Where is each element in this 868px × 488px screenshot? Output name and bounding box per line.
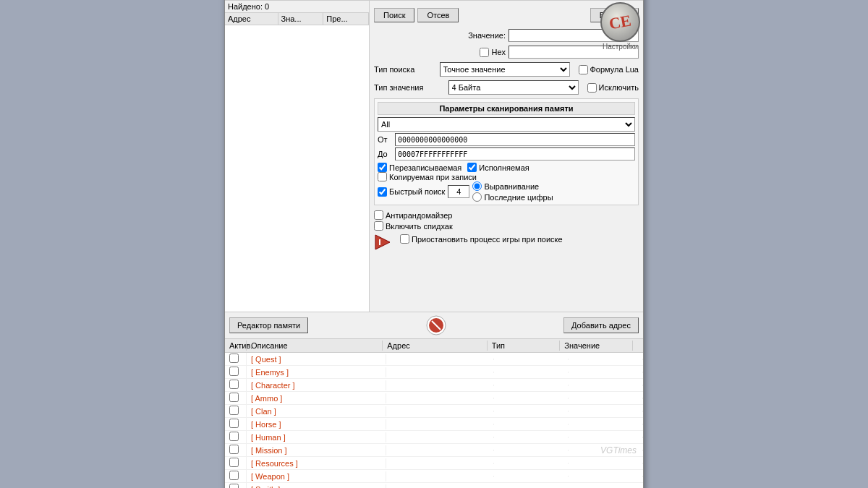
alignment-radio-label[interactable]: Выравнивание bbox=[472, 181, 553, 191]
row-address bbox=[386, 476, 493, 477]
arrow-icon bbox=[374, 234, 391, 251]
row-address bbox=[386, 359, 493, 360]
row-active-checkbox[interactable] bbox=[229, 419, 239, 428]
executable-checkbox[interactable] bbox=[467, 163, 477, 172]
cow-text: Копируемая при записи bbox=[389, 173, 477, 181]
row-checkbox-cell bbox=[225, 444, 247, 456]
row-checkbox-cell bbox=[225, 392, 247, 404]
hex-checkbox[interactable] bbox=[480, 48, 489, 57]
table-row[interactable]: [ Mission ] bbox=[225, 444, 643, 457]
scan-type-select[interactable]: Точное значение bbox=[440, 62, 570, 77]
speedhack-checkbox[interactable] bbox=[374, 221, 383, 231]
row-description: [ Human ] bbox=[247, 432, 386, 442]
exclude-label[interactable]: Исключить bbox=[587, 83, 639, 93]
checkboxes-row1: Перезаписываемая Исполняемая bbox=[378, 163, 635, 172]
vgtimes-watermark: VGTimes bbox=[600, 445, 637, 455]
add-address-button[interactable]: Добавить адрес bbox=[563, 317, 639, 333]
table-row[interactable]: [ Smith ] bbox=[225, 483, 643, 488]
row-description: [ Enemys ] bbox=[247, 367, 386, 377]
row-description: [ Smith ] bbox=[247, 484, 386, 489]
anti-random-checkbox[interactable] bbox=[374, 210, 383, 220]
row-active-checkbox[interactable] bbox=[229, 432, 239, 441]
exclude-checkbox[interactable] bbox=[587, 83, 597, 93]
table-row[interactable]: [ Quest ] bbox=[225, 353, 643, 366]
row-type bbox=[494, 450, 569, 451]
col-value-header: Значение bbox=[560, 341, 633, 351]
to-row: До bbox=[378, 147, 635, 160]
col-addr-header: Адрес bbox=[383, 341, 487, 351]
cow-checkbox[interactable] bbox=[378, 172, 387, 181]
row-active-checkbox[interactable] bbox=[229, 393, 239, 402]
table-row[interactable]: [ Ammo ] bbox=[225, 392, 643, 405]
exclude-text: Исключить bbox=[599, 83, 639, 92]
pause-label[interactable]: Приостановить процесс игры при поиске bbox=[400, 234, 563, 244]
row-checkbox-cell bbox=[225, 470, 247, 482]
search-button[interactable]: Поиск bbox=[374, 8, 414, 22]
anti-random-label[interactable]: Антирандомайзер bbox=[374, 210, 639, 220]
ce-logo-text: CE bbox=[608, 11, 633, 33]
row-active-checkbox[interactable] bbox=[229, 484, 239, 488]
group-label: [ Character ] bbox=[251, 381, 295, 390]
row-type bbox=[494, 398, 569, 399]
alignment-text: Выравнивание bbox=[484, 182, 539, 191]
row-type bbox=[494, 359, 569, 360]
table-row[interactable]: [ Weapon ] bbox=[225, 470, 643, 483]
row-type bbox=[494, 372, 569, 373]
alignment-radio[interactable] bbox=[472, 181, 482, 191]
last-digits-radio-label[interactable]: Последние цифры bbox=[472, 192, 553, 202]
group-label: [ Enemys ] bbox=[251, 368, 289, 377]
table-row[interactable]: [ Human ] bbox=[225, 431, 643, 444]
fast-search-input[interactable] bbox=[448, 185, 469, 198]
cow-label[interactable]: Копируемая при записи bbox=[378, 172, 477, 181]
memory-editor-button[interactable]: Редактор памяти bbox=[229, 317, 308, 333]
fast-search-checkbox[interactable] bbox=[378, 187, 387, 197]
lua-formula-label[interactable]: Формула Lua bbox=[579, 65, 639, 74]
row-value bbox=[569, 437, 643, 438]
row-checkbox-cell bbox=[225, 431, 247, 443]
executable-label[interactable]: Исполняемая bbox=[467, 163, 529, 172]
row-active-checkbox[interactable] bbox=[229, 406, 239, 415]
col-description: Описание bbox=[247, 341, 383, 351]
region-row: All bbox=[378, 117, 635, 132]
from-input[interactable] bbox=[395, 133, 635, 146]
lua-formula-checkbox[interactable] bbox=[579, 65, 588, 74]
writable-checkbox[interactable] bbox=[378, 163, 387, 172]
table-row[interactable]: [ Horse ] bbox=[225, 418, 643, 431]
table-header: Актив. Описание Адрес Тип Значение bbox=[225, 339, 643, 353]
value-label: Значение: bbox=[468, 31, 506, 40]
radio-group: Выравнивание Последние цифры bbox=[472, 181, 553, 202]
hex-checkbox-label[interactable]: Hex bbox=[480, 48, 506, 57]
row-active-checkbox[interactable] bbox=[229, 367, 239, 376]
table-row[interactable]: [ Character ] bbox=[225, 379, 643, 392]
row-description: [ Ammo ] bbox=[247, 393, 386, 403]
table-row[interactable]: [ Enemys ] bbox=[225, 366, 643, 379]
filter-button[interactable]: Отсев bbox=[417, 8, 459, 22]
row-value bbox=[569, 476, 643, 477]
region-select[interactable]: All bbox=[378, 117, 635, 132]
pause-checkbox[interactable] bbox=[400, 234, 409, 244]
stop-icon[interactable] bbox=[425, 314, 447, 336]
settings-label[interactable]: Настройки bbox=[603, 43, 638, 51]
row-active-checkbox[interactable] bbox=[229, 445, 239, 454]
to-input[interactable] bbox=[395, 147, 635, 160]
row-checkbox-cell bbox=[225, 405, 247, 417]
from-row: От bbox=[378, 133, 635, 146]
value-type-select[interactable]: 4 Байта bbox=[448, 80, 579, 95]
table-row[interactable]: [ Resources ] bbox=[225, 457, 643, 470]
row-active-checkbox[interactable] bbox=[229, 380, 239, 389]
last-digits-radio[interactable] bbox=[472, 192, 482, 202]
row-active-checkbox[interactable] bbox=[229, 471, 239, 480]
table-row[interactable]: [ Clan ] bbox=[225, 405, 643, 418]
table-body: [ Quest ][ Enemys ][ Character ][ Ammo ]… bbox=[225, 353, 643, 488]
speedhack-text: Включить спидхак bbox=[386, 222, 453, 231]
row-active-checkbox[interactable] bbox=[229, 458, 239, 467]
speedhack-label[interactable]: Включить спидхак bbox=[374, 221, 639, 231]
main-window: CE ChEAt Engine 7.0 ─ □ ✕ Файл Изменить … bbox=[224, 0, 644, 488]
row-address bbox=[386, 424, 493, 425]
row-active-checkbox[interactable] bbox=[229, 354, 239, 363]
writable-label[interactable]: Перезаписываемая bbox=[378, 163, 461, 172]
group-label: [ Human ] bbox=[251, 433, 286, 442]
options-checkboxes: Антирандомайзер Включить спидхак bbox=[374, 210, 639, 231]
row-value bbox=[569, 359, 643, 360]
fast-search-label[interactable]: Быстрый поиск bbox=[378, 187, 445, 197]
